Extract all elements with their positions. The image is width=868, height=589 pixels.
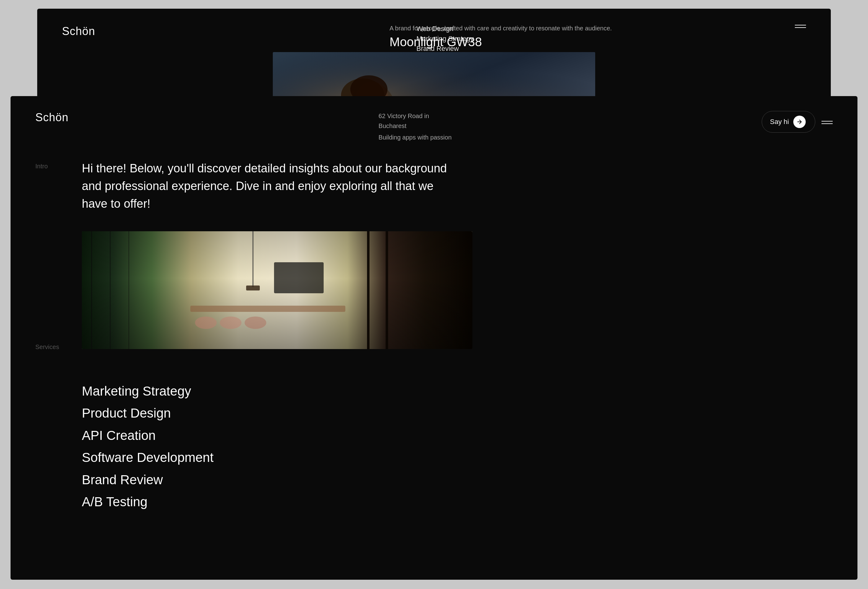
svg-point-20 <box>220 316 242 329</box>
card1-tagline: A brand for people, crafted with care an… <box>390 25 612 32</box>
card2-content: Intro Services Hi there! Below, you'll d… <box>10 159 858 513</box>
card2-header: Schön 62 Victory Road in Bucharest Build… <box>10 96 858 141</box>
card1-menu-icon[interactable] <box>795 25 806 28</box>
service-item-marketing[interactable]: Marketing Strategy <box>82 380 833 402</box>
svg-rect-16 <box>110 231 111 349</box>
say-hi-button[interactable]: Say hi <box>762 111 815 133</box>
card2-about: Schön 62 Victory Road in Bucharest Build… <box>10 96 858 580</box>
service-item-software-dev[interactable]: Software Development <box>82 446 833 468</box>
service-item-brand-review[interactable]: Brand Review <box>82 469 833 491</box>
card2-services: Marketing Strategy Product Design API Cr… <box>82 380 833 513</box>
card1-center-info: A brand for people, crafted with care an… <box>390 25 612 49</box>
sidebar-services-label: Services <box>35 344 82 351</box>
card2-menu-icon[interactable] <box>822 120 833 124</box>
card2-office-image <box>82 231 472 349</box>
svg-rect-25 <box>386 231 388 349</box>
card2-sidebar: Intro Services <box>35 159 82 513</box>
svg-rect-26 <box>274 262 324 293</box>
service-item-api[interactable]: API Creation <box>82 424 833 446</box>
sidebar-intro-label: Intro <box>35 163 82 170</box>
card2-main-content: Hi there! Below, you'll discover detaile… <box>82 159 833 513</box>
card1-header: Schön Web Design Marketing Strategy Bran… <box>37 9 831 53</box>
svg-rect-24 <box>367 231 369 349</box>
say-hi-label: Say hi <box>770 118 789 126</box>
office-svg <box>82 231 472 349</box>
svg-rect-15 <box>91 231 92 349</box>
arrow-right-icon <box>793 116 806 128</box>
svg-point-19 <box>195 316 217 329</box>
card1-title: Moonlight GW38 <box>390 35 612 49</box>
svg-rect-23 <box>246 285 260 291</box>
card2-header-right: Say hi <box>762 111 833 133</box>
service-item-ab-testing[interactable]: A/B Testing <box>82 491 833 513</box>
service-item-product-design[interactable]: Product Design <box>82 402 833 424</box>
card2-address-area: 62 Victory Road in Bucharest Building ap… <box>378 111 452 141</box>
card2-address: 62 Victory Road in Bucharest <box>378 111 452 131</box>
svg-rect-18 <box>190 306 345 312</box>
card1-logo: Schön <box>62 25 95 38</box>
card2-intro-paragraph: Hi there! Below, you'll discover detaile… <box>82 159 454 213</box>
card2-logo: Schön <box>35 111 68 124</box>
svg-rect-17 <box>128 231 129 349</box>
svg-point-21 <box>245 316 266 329</box>
card2-tagline: Building apps with passion <box>378 134 452 141</box>
svg-rect-22 <box>252 231 254 287</box>
services-list: Marketing Strategy Product Design API Cr… <box>82 380 833 513</box>
